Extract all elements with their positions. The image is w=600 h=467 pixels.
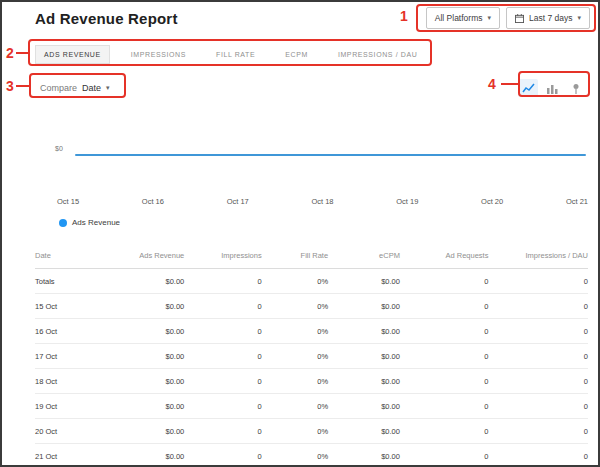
table-cell: $0.00: [101, 444, 184, 467]
table-cell: 0: [184, 369, 261, 394]
chart-type-toggles: [518, 79, 586, 97]
x-axis-tick-label: Oct 17: [227, 197, 249, 206]
table-cell: 0: [400, 369, 488, 394]
table-cell: 0%: [262, 394, 328, 419]
table-cell: 18 Oct: [35, 369, 101, 394]
table-cell: $0.00: [101, 269, 184, 294]
table-cell: $0.00: [328, 319, 400, 344]
table-cell: 0%: [262, 344, 328, 369]
chevron-down-icon: ▾: [106, 84, 110, 92]
data-table: DateAds RevenueImpressionsFill RateeCPMA…: [35, 243, 588, 467]
table-cell: 0: [400, 444, 488, 467]
x-axis-tick-label: Oct 15: [57, 197, 79, 206]
table-row: 20 Oct$0.0000%$0.0000: [35, 419, 588, 444]
table-cell: 0: [184, 444, 261, 467]
x-axis-tick-label: Oct 18: [311, 197, 333, 206]
compare-label: Compare: [40, 83, 77, 93]
table-cell: 0: [400, 269, 488, 294]
legend-label: Ads Revenue: [72, 218, 120, 227]
chevron-down-icon: ▾: [487, 14, 491, 22]
table-cell: 0: [488, 419, 588, 444]
column-header: Date: [35, 243, 101, 269]
table-cell: $0.00: [328, 369, 400, 394]
table-cell: 0: [400, 344, 488, 369]
table-cell: $0.00: [328, 344, 400, 369]
table-cell: 0: [488, 344, 588, 369]
table-row: 18 Oct$0.0000%$0.0000: [35, 369, 588, 394]
bar-chart-toggle[interactable]: [542, 79, 562, 97]
table-cell: 0: [488, 269, 588, 294]
table-cell: 0: [400, 419, 488, 444]
table-cell: $0.00: [328, 394, 400, 419]
table-cell: $0.00: [328, 419, 400, 444]
scatter-chart-toggle[interactable]: [566, 79, 586, 97]
table-cell: $0.00: [101, 319, 184, 344]
table-row: 15 Oct$0.0000%$0.0000: [35, 294, 588, 319]
scatter-chart-icon: [570, 83, 582, 94]
table-row: 17 Oct$0.0000%$0.0000: [35, 344, 588, 369]
table-row: 21 Oct$0.0000%$0.0000: [35, 444, 588, 467]
table-cell: 0: [488, 369, 588, 394]
calendar-icon: [515, 14, 524, 23]
column-header: eCPM: [328, 243, 400, 269]
table-cell: 0: [184, 294, 261, 319]
date-range-dropdown[interactable]: Last 7 days ▾: [506, 7, 590, 29]
table-header-row: DateAds RevenueImpressionsFill RateeCPMA…: [35, 243, 588, 269]
x-axis-tick-label: Oct 16: [142, 197, 164, 206]
revenue-chart: $0 Oct 15Oct 16Oct 17Oct 18Oct 19Oct 20O…: [35, 105, 588, 237]
table-cell: $0.00: [101, 344, 184, 369]
table-cell: 20 Oct: [35, 419, 101, 444]
table-cell: 15 Oct: [35, 294, 101, 319]
table-cell: 0: [488, 294, 588, 319]
table-cell: 21 Oct: [35, 444, 101, 467]
line-chart-toggle[interactable]: [518, 79, 538, 97]
table-cell: $0.00: [328, 294, 400, 319]
column-header: Fill Rate: [262, 243, 328, 269]
ad-revenue-report-screen: Ad Revenue Report All Platforms ▾ Last 7…: [0, 0, 600, 467]
table-cell: 0: [184, 319, 261, 344]
platform-filter-dropdown[interactable]: All Platforms ▾: [426, 7, 500, 29]
table-cell: $0.00: [328, 444, 400, 467]
annotation-line-3: [16, 85, 29, 87]
annotation-line-2: [16, 52, 28, 54]
table-cell: 0: [184, 269, 261, 294]
tab-impressions-dau[interactable]: IMPRESSIONS / DAU: [330, 46, 425, 63]
date-range-value: Last 7 days: [529, 13, 572, 23]
table-cell: 0%: [262, 369, 328, 394]
compare-value: Date: [82, 83, 101, 93]
legend-dot-icon: [59, 219, 67, 227]
tab-fill-rate[interactable]: FILL RATE: [208, 46, 263, 63]
x-axis-labels: Oct 15Oct 16Oct 17Oct 18Oct 19Oct 20Oct …: [57, 197, 588, 206]
chevron-down-icon: ▾: [577, 14, 581, 22]
tab-ads-revenue[interactable]: ADS REVENUE: [36, 46, 109, 63]
annotation-label-3: 3: [6, 78, 14, 94]
x-axis-tick-label: Oct 21: [566, 197, 588, 206]
table-cell: 0: [184, 394, 261, 419]
annotation-label-2: 2: [6, 45, 14, 61]
table-cell: 0: [488, 444, 588, 467]
table-cell: $0.00: [101, 294, 184, 319]
table-cell: 0: [400, 319, 488, 344]
table-cell: $0.00: [101, 369, 184, 394]
x-axis-tick-label: Oct 20: [481, 197, 503, 206]
table-cell: 0%: [262, 319, 328, 344]
table-cell: $0.00: [101, 419, 184, 444]
line-chart-icon: [522, 83, 535, 94]
table-cell: 0: [184, 419, 261, 444]
table-cell: 0: [488, 319, 588, 344]
chart-legend[interactable]: Ads Revenue: [59, 218, 120, 227]
table-cell: 0%: [262, 269, 328, 294]
page-title: Ad Revenue Report: [35, 7, 178, 27]
table-body: Totals$0.0000%$0.000015 Oct$0.0000%$0.00…: [35, 269, 588, 467]
table-cell: 0: [184, 344, 261, 369]
ads-revenue-line-series: [75, 154, 586, 156]
table-row: 16 Oct$0.0000%$0.0000: [35, 319, 588, 344]
table-cell: 0%: [262, 444, 328, 467]
tab-ecpm[interactable]: ECPM: [277, 46, 316, 63]
report-tabs: ADS REVENUEIMPRESSIONSFILL RATEECPMIMPRE…: [36, 43, 425, 66]
table-cell: $0.00: [101, 394, 184, 419]
table-row: 19 Oct$0.0000%$0.0000: [35, 394, 588, 419]
tab-impressions[interactable]: IMPRESSIONS: [123, 46, 194, 63]
compare-dropdown[interactable]: Compare Date ▾: [36, 83, 114, 93]
column-header: Impressions: [184, 243, 261, 269]
